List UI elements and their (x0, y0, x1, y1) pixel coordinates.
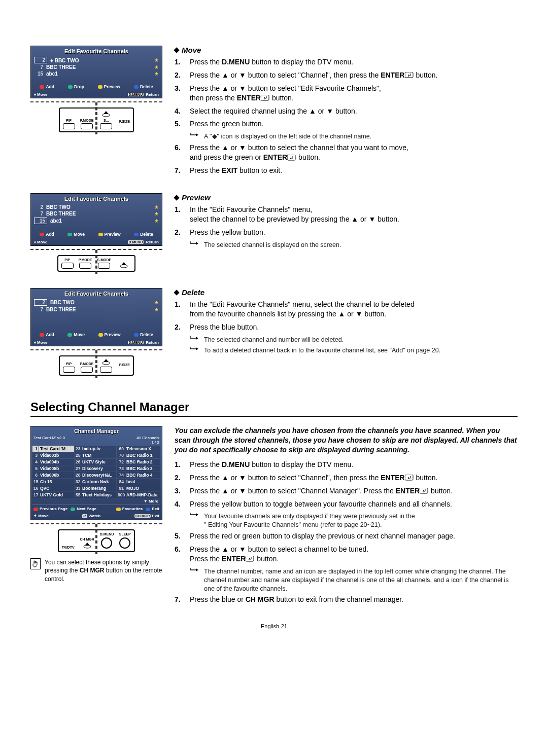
osd-title: Edit Favourite Channels (34, 196, 159, 202)
cm-head-left: Test Card M' v2.0 (33, 436, 65, 445)
step-note: A "◆" icon is displayed on the left side… (190, 132, 518, 141)
star-icon: ★ (154, 300, 159, 305)
cm-cell-name: DiscoveryH&L (81, 472, 116, 478)
cm-cell-name: Television X (125, 446, 160, 452)
cm-cell-num: 28 (75, 472, 81, 478)
legend-add: Add (40, 232, 54, 237)
cm-cell-num: 25 (75, 452, 81, 458)
cm-cell-name: Vida004b (39, 459, 74, 465)
delete-heading: Delete (175, 288, 518, 297)
step-note: The selected channel and number will be … (190, 336, 518, 344)
ch-name: BBC THREE (46, 64, 151, 70)
cm-cell-num: 84 (117, 479, 125, 485)
star-icon: ★ (154, 57, 159, 63)
step: 7.Press the blue or CH MGR button to exi… (175, 595, 518, 604)
step: 3.Press the ▲ or ▼ button to select "Cha… (175, 486, 518, 496)
star-icon: ★ (154, 64, 159, 70)
remote-strip: PIP P.MODE S... P.SIZE (30, 101, 162, 134)
step: 6.Press the ▲ or ▼ button to select a ch… (175, 545, 518, 564)
osd-move: Edit Favourite Channels 2 ♦ BBC TWO ★ 7 … (30, 46, 162, 98)
osd-title: Edit Favourite Channels (34, 48, 159, 54)
ch-name: abc1 (50, 218, 151, 224)
cm-cell-num: 74 (117, 472, 125, 478)
step-note: Your favourite channels are only display… (190, 512, 518, 529)
ch-num: 7 (34, 64, 43, 70)
step: 2.Press the ▲ or ▼ button to select "Cha… (175, 473, 518, 483)
step: 1.Press the D.MENU button to display the… (175, 57, 518, 67)
cm-cell-name: BBC Radio 3 (125, 465, 160, 472)
cm-cell-name: UKTV Style (81, 459, 116, 465)
select-arrow-icon (98, 111, 114, 118)
ch-name: ♦ BBC TWO (50, 57, 151, 63)
cm-cell-num: 17 (32, 492, 39, 498)
ch-num: 15 (34, 218, 47, 224)
select-arrow-icon (116, 262, 131, 269)
legend-preview: Preview (98, 232, 121, 237)
cm-cell-num: 16 (32, 485, 39, 491)
step: 4.Select the required channel using the … (175, 106, 518, 116)
cm-cell-name: Cartoon Nwk (81, 479, 116, 485)
step: 4.Press the yellow button to toggle betw… (175, 499, 518, 509)
ch-num: 7 (34, 307, 43, 312)
cm-title: Channel Manager (32, 428, 160, 434)
step-note: The channel number, name and an icon are… (190, 567, 518, 593)
ch-name: BBC TWO (46, 204, 151, 210)
page-number: English-21 (30, 623, 518, 629)
circle-button-icon (100, 537, 113, 549)
title-rule (30, 416, 518, 417)
osd-preview: Edit Favourite Channels 2 BBC TWO ★ 7 BB… (30, 193, 162, 246)
cm-cell-num: 32 (75, 479, 81, 485)
tip-text: You can select these options by simply p… (45, 558, 162, 583)
cm-foot-move: ✦ Move (33, 514, 49, 518)
cm-legend-fav: Favourites (116, 507, 143, 511)
svg-point-4 (120, 538, 130, 548)
legend-add: Add (40, 332, 54, 337)
star-icon: ★ (154, 71, 159, 77)
cm-cell-num: 15 (32, 479, 39, 485)
step: 6.Press the ▲ or ▼ button to select the … (175, 143, 518, 162)
remote-strip: PIP P.MODE S.MODE (30, 249, 162, 274)
cm-cell-name: UKTV Gold (39, 492, 74, 498)
cm-cell-name: Ch 15 (39, 479, 74, 485)
cm-cell-num: 27 (75, 465, 81, 472)
step: 5.Press the green button. (175, 119, 518, 129)
step-note: The selected channel is displayed on the… (190, 241, 518, 249)
ch-num: 15 (34, 71, 43, 77)
osd-foot-move: ♦ Move (34, 92, 48, 97)
cm-cell-name: ARD-MHP-Data (125, 492, 160, 498)
select-arrow-icon (98, 358, 114, 366)
osd-foot-dmenu: D.MENUReturn (128, 92, 159, 97)
cm-foot-watch: ↵Watch (82, 514, 100, 518)
cm-cell-name: Discovery (81, 465, 116, 472)
cm-legend-prev: Previous Page (33, 507, 67, 511)
cm-legend-next: Next Page (71, 507, 96, 511)
cm-cell-name: TCM (81, 452, 116, 458)
cm-cell-name: Ttext Holidays (81, 492, 116, 498)
step: 2.Press the blue button. (175, 322, 518, 332)
hand-icon (30, 558, 41, 569)
step: 2.Press the ▲ or ▼ button to select "Cha… (175, 70, 518, 80)
ch-num: 2 (34, 57, 47, 63)
tip-note: You can select these options by simply p… (30, 558, 162, 583)
legend-delete: Delete (134, 232, 153, 237)
cm-cell-num: 23 (75, 446, 81, 452)
legend-delete: Delete (134, 332, 153, 337)
cm-cell-num: 91 (117, 485, 125, 491)
ch-num: 2 (34, 204, 43, 210)
legend-move: Move (67, 332, 85, 337)
osd-foot-move: ♦ Move (34, 340, 48, 345)
osd-foot-dmenu: D.MENUReturn (128, 340, 159, 345)
ch-name: abc1 (46, 71, 151, 77)
cm-cell-num: 33 (75, 485, 81, 491)
osd-foot-move: ♦ Move (34, 240, 48, 244)
cm-cell-num: 73 (117, 465, 125, 472)
step: 3.Press the ▲ or ▼ button to select "Edi… (175, 84, 518, 103)
star-icon: ★ (154, 204, 159, 210)
preview-heading: Preview (175, 193, 518, 202)
cm-cell-num: 1 (32, 446, 39, 452)
cm-cell-num: 70 (117, 452, 125, 458)
legend-add: Add (40, 84, 54, 89)
circle-button-icon (119, 537, 131, 549)
cm-table: 1Test Card 'M23bid-up.tv60Television X3V… (32, 446, 160, 498)
cm-head-right: All Channels1 / 2 (136, 436, 159, 445)
